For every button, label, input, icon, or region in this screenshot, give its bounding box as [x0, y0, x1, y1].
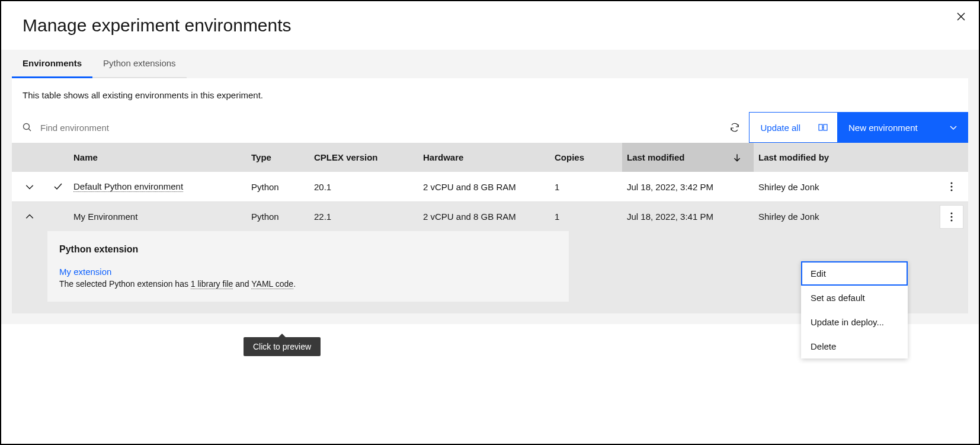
close-button[interactable]: [955, 11, 967, 23]
extension-link[interactable]: My extension: [59, 267, 111, 277]
menu-item-update-deploy[interactable]: Update in deploy...: [801, 310, 908, 334]
update-all-button[interactable]: Update all: [749, 112, 838, 143]
table-row: Default Python environment Python 20.1 2…: [12, 172, 968, 202]
svg-rect-3: [824, 124, 827, 130]
new-environment-button[interactable]: New environment: [838, 112, 968, 143]
cell-copies: 1: [550, 202, 622, 231]
svg-point-6: [951, 190, 953, 191]
menu-item-edit[interactable]: Edit: [801, 261, 908, 286]
cell-actions: [935, 202, 968, 231]
cell-hardware: 2 vCPU and 8 GB RAM: [418, 172, 550, 201]
chevron-up-icon: [25, 212, 34, 222]
cell-hardware: 2 vCPU and 8 GB RAM: [418, 202, 550, 231]
checkmark-icon: [53, 182, 63, 191]
env-name-link[interactable]: Default Python environment: [73, 181, 183, 192]
toolbar-actions: Update all New environment: [720, 112, 968, 143]
search-area: [12, 114, 720, 141]
svg-point-0: [24, 124, 30, 130]
ext-desc-suffix: .: [293, 279, 296, 289]
tooltip-text: Click to preview: [253, 342, 311, 351]
cell-copies: 1: [550, 172, 622, 201]
default-check: [47, 202, 69, 231]
header-col-check: [47, 143, 69, 172]
sort-arrow-down-icon: [732, 153, 742, 162]
chevron-down-icon: [25, 182, 34, 191]
default-check: [47, 172, 69, 201]
svg-line-1: [29, 129, 31, 132]
row-actions-button[interactable]: [940, 205, 963, 229]
header-copies[interactable]: Copies: [550, 143, 622, 172]
tooltip: Click to preview: [244, 337, 321, 356]
tab-python-extensions[interactable]: Python extensions: [92, 50, 187, 78]
extension-description: The selected Python extension has 1 libr…: [59, 279, 557, 289]
update-icon: [818, 123, 828, 132]
header-name[interactable]: Name: [69, 143, 246, 172]
ext-desc-and: and: [233, 279, 251, 289]
expand-toggle[interactable]: [12, 172, 47, 201]
header-col-actions: [935, 143, 968, 172]
search-input[interactable]: [40, 114, 720, 141]
cell-modified-by: Shirley de Jonk: [754, 172, 935, 201]
row-actions-button[interactable]: [940, 175, 963, 199]
table-row: My Environment Python 22.1 2 vCPU and 8 …: [12, 202, 968, 231]
new-environment-label: New environment: [848, 123, 918, 133]
search-icon: [23, 123, 32, 132]
menu-item-set-default[interactable]: Set as default: [801, 286, 908, 310]
kebab-icon: [950, 212, 953, 222]
svg-rect-2: [819, 124, 822, 130]
table-header: Name Type CPLEX version Hardware Copies …: [12, 143, 968, 172]
extension-card-title: Python extension: [59, 244, 557, 255]
ext-desc-prefix: The selected Python extension has: [59, 279, 191, 289]
header-last-modified-by[interactable]: Last modified by: [754, 143, 935, 172]
cell-cplex: 20.1: [309, 172, 418, 201]
svg-point-5: [951, 186, 953, 188]
header-hardware[interactable]: Hardware: [418, 143, 550, 172]
cell-modified: Jul 18, 2022, 3:42 PM: [622, 172, 754, 201]
header-col-expand: [12, 143, 47, 172]
page-title: Manage experiment environments: [23, 15, 292, 36]
svg-point-9: [951, 219, 953, 221]
expand-toggle[interactable]: [12, 202, 47, 231]
cell-name: Default Python environment: [69, 172, 246, 201]
cell-modified-by: Shirley de Jonk: [754, 202, 935, 231]
svg-point-4: [951, 183, 953, 184]
extension-card: Python extension My extension The select…: [47, 231, 569, 302]
cell-type: Python: [246, 202, 309, 231]
cell-name: My Environment: [69, 202, 246, 231]
refresh-button[interactable]: [720, 113, 749, 142]
library-file-link[interactable]: 1 library file: [191, 279, 233, 289]
close-icon: [956, 12, 966, 21]
kebab-icon: [950, 182, 953, 191]
panel-description: This table shows all existing environmen…: [12, 78, 968, 112]
svg-point-8: [951, 216, 953, 217]
chevron-down-icon: [949, 123, 957, 132]
yaml-code-link[interactable]: YAML code: [251, 279, 293, 289]
page-header: Manage experiment environments: [1, 1, 979, 50]
refresh-icon: [730, 123, 739, 132]
toolbar: Update all New environment: [12, 112, 968, 143]
tab-environments[interactable]: Environments: [12, 50, 92, 78]
header-type[interactable]: Type: [246, 143, 309, 172]
header-last-modified-label: Last modified: [627, 152, 685, 162]
cell-type: Python: [246, 172, 309, 201]
header-last-modified[interactable]: Last modified: [622, 143, 754, 172]
cell-actions: [935, 172, 968, 201]
row-context-menu: Edit Set as default Update in deploy... …: [801, 261, 908, 358]
update-all-label: Update all: [760, 123, 800, 133]
menu-item-delete[interactable]: Delete: [801, 334, 908, 358]
svg-point-7: [951, 212, 953, 214]
cell-modified: Jul 18, 2022, 3:41 PM: [622, 202, 754, 231]
header-cplex[interactable]: CPLEX version: [309, 143, 418, 172]
cell-cplex: 22.1: [309, 202, 418, 231]
tabs-container: Environments Python extensions: [1, 50, 979, 78]
